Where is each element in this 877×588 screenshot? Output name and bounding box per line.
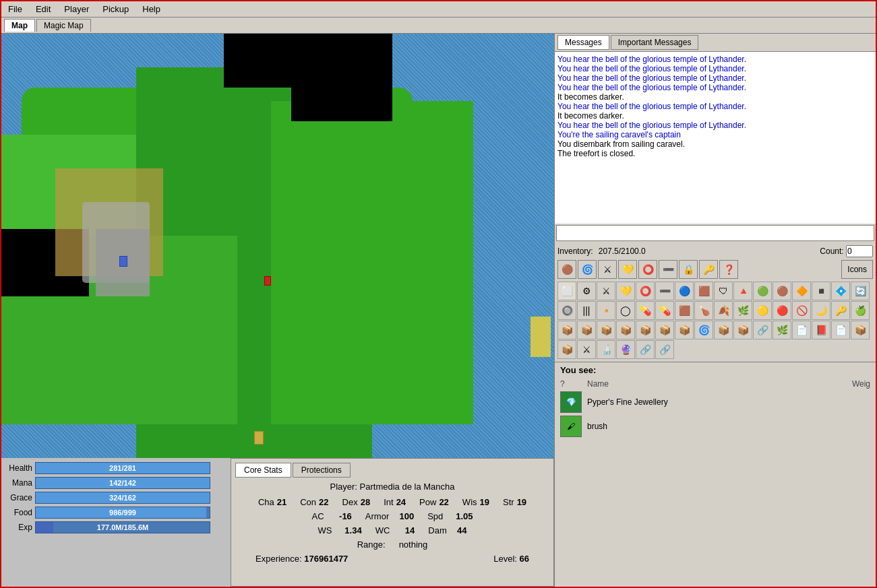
inv-slot[interactable]: 🍶: [597, 340, 615, 359]
inv-slot[interactable]: 📦: [577, 321, 596, 339]
inv-btn-6[interactable]: ➖: [659, 260, 677, 279]
inv-slot[interactable]: ◯: [616, 301, 635, 320]
inv-slot[interactable]: 🚫: [792, 301, 811, 320]
inv-btn-3[interactable]: ⚔: [598, 260, 617, 279]
inv-slot[interactable]: 🔘: [557, 301, 576, 320]
inv-slot[interactable]: 📦: [616, 321, 635, 339]
inv-btn-2[interactable]: 🌀: [578, 260, 597, 279]
cha-stat: Cha 21: [258, 497, 286, 507]
grace-row: Grace 324/162: [5, 492, 226, 504]
inv-slot[interactable]: ⚔: [597, 282, 615, 300]
inv-slot[interactable]: ⭕: [636, 282, 655, 300]
attributes-row: Cha 21 Con 22 Dex 28 Int 24 Pow 22 Wis 1…: [235, 497, 549, 507]
inv-slot[interactable]: |||: [577, 301, 596, 320]
inv-btn-8[interactable]: 🔑: [699, 260, 718, 279]
tab-core-stats[interactable]: Core Stats: [235, 463, 291, 478]
inv-slot[interactable]: 🔴: [773, 301, 791, 320]
inv-slot[interactable]: 🌿: [733, 301, 752, 320]
tab-messages[interactable]: Messages: [557, 35, 609, 50]
inv-slot[interactable]: 💛: [616, 282, 635, 300]
inv-slot[interactable]: ⚔: [577, 340, 596, 359]
menu-edit[interactable]: Edit: [32, 3, 55, 15]
health-value: 281/281: [36, 463, 210, 473]
inv-slot[interactable]: 📦: [636, 321, 655, 339]
messages-tabs: Messages Important Messages: [555, 34, 876, 52]
col-weight: Weig: [830, 379, 870, 389]
inv-btn-7[interactable]: 🔒: [679, 260, 698, 279]
menu-help[interactable]: Help: [138, 3, 164, 15]
see-item-brush[interactable]: 🖌 brush: [555, 414, 876, 438]
inv-slot[interactable]: 💊: [636, 301, 655, 320]
inv-slot[interactable]: 📄: [831, 321, 850, 339]
inv-slot[interactable]: 🍏: [851, 301, 870, 320]
inv-slot[interactable]: 🔺: [733, 282, 752, 300]
inv-slot[interactable]: 🔗: [655, 340, 674, 359]
messages-content[interactable]: You hear the bell of the glorious temple…: [555, 52, 876, 224]
wc-stat: WC 14: [375, 525, 415, 535]
inv-slot[interactable]: 🌙: [812, 301, 830, 320]
inv-slot[interactable]: 📦: [655, 321, 674, 339]
inv-slot[interactable]: 🔸: [597, 301, 615, 320]
inv-slot[interactable]: 🌿: [773, 321, 791, 339]
inv-slot[interactable]: 📦: [597, 321, 615, 339]
inv-slot[interactable]: 📦: [557, 340, 576, 359]
inv-slot[interactable]: 🔶: [792, 282, 811, 300]
inv-slot[interactable]: ⬜: [557, 282, 576, 300]
inv-slot[interactable]: 🟫: [675, 301, 694, 320]
inv-btn-4[interactable]: 💛: [618, 260, 637, 279]
inv-btn-9[interactable]: ❓: [719, 260, 738, 279]
tab-map[interactable]: Map: [4, 19, 35, 32]
menu-player[interactable]: Player: [60, 3, 93, 15]
game-map[interactable]: [1, 34, 554, 458]
inv-slot[interactable]: 🔗: [636, 340, 655, 359]
inv-slot[interactable]: 💠: [831, 282, 850, 300]
inv-slot[interactable]: 🟫: [694, 282, 713, 300]
stats-bars: Health 281/281 Mana 142/142 Grace: [1, 458, 231, 587]
icons-button[interactable]: Icons: [841, 260, 873, 279]
mana-row: Mana 142/142: [5, 477, 226, 489]
inv-slot[interactable]: 🍂: [714, 301, 733, 320]
menu-file[interactable]: File: [4, 3, 26, 15]
see-item-name-jewellery: Pyper's Fine Jewellery: [587, 397, 668, 407]
inv-slot[interactable]: 🟢: [753, 282, 772, 300]
inv-slot[interactable]: 🔄: [851, 282, 870, 300]
inv-slot[interactable]: 📦: [851, 321, 870, 339]
inv-slot[interactable]: 🔮: [616, 340, 635, 359]
see-item-jewellery[interactable]: 💎 Pyper's Fine Jewellery: [555, 390, 876, 414]
inv-slot[interactable]: ⚙: [577, 282, 596, 300]
inv-slot[interactable]: 🔗: [753, 321, 772, 339]
inv-slot[interactable]: 🌀: [694, 321, 713, 339]
inv-slot[interactable]: 📦: [675, 321, 694, 339]
tab-protections[interactable]: Protections: [293, 463, 351, 478]
mana-bar: 142/142: [35, 477, 210, 489]
inv-slot[interactable]: 🟤: [773, 282, 791, 300]
menu-bar: File Edit Player Pickup Help: [1, 1, 876, 18]
inv-slot[interactable]: ◾: [812, 282, 830, 300]
inv-slot[interactable]: 🍗: [694, 301, 713, 320]
inv-slot[interactable]: 📄: [792, 321, 811, 339]
inv-slot[interactable]: 💊: [655, 301, 674, 320]
player-label: Player:: [330, 482, 357, 492]
inv-btn-1[interactable]: 🟤: [557, 260, 576, 279]
tab-magic-map[interactable]: Magic Map: [36, 19, 91, 32]
menu-pickup[interactable]: Pickup: [98, 3, 133, 15]
inv-slot[interactable]: ➖: [655, 282, 674, 300]
inv-slot[interactable]: 📦: [714, 321, 733, 339]
inv-slot[interactable]: 🟡: [753, 301, 772, 320]
food-value: 986/999: [36, 507, 210, 518]
exp-label: Exp: [5, 523, 32, 532]
inv-slot[interactable]: 🔑: [831, 301, 850, 320]
tab-important-messages[interactable]: Important Messages: [611, 35, 699, 50]
inv-slot[interactable]: 🛡: [714, 282, 733, 300]
inv-slot[interactable]: 🔵: [675, 282, 694, 300]
ws-stat: WS 1.34: [318, 525, 362, 535]
chat-input[interactable]: [556, 225, 874, 241]
range-row: Range: nothing: [235, 540, 549, 550]
exp-value: 177.0M/185.6M: [36, 522, 210, 533]
inv-slot[interactable]: 📕: [812, 321, 830, 339]
inv-slot[interactable]: 📦: [733, 321, 752, 339]
inv-btn-5[interactable]: ⭕: [638, 260, 657, 279]
attributes-grid: Cha 21 Con 22 Dex 28 Int 24 Pow 22 Wis 1…: [235, 497, 549, 564]
inv-slot[interactable]: 📦: [557, 321, 576, 339]
count-input[interactable]: [846, 245, 873, 257]
